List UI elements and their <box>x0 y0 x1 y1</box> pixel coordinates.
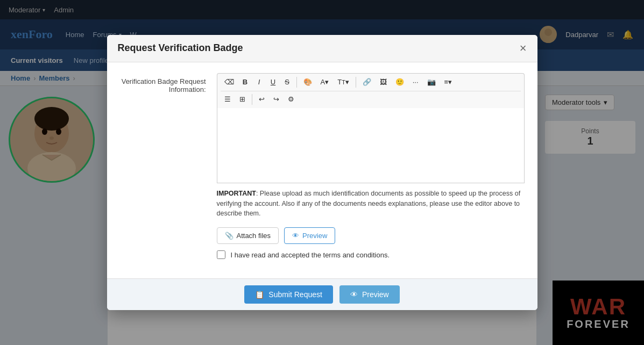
toolbar-image[interactable]: 🖼 <box>376 76 391 89</box>
toolbar-table[interactable]: ⊞ <box>236 93 249 106</box>
toolbar-strikethrough[interactable]: S <box>281 76 294 89</box>
eye-icon: 👁 <box>292 232 299 240</box>
modal-footer: 📋 Submit Request 👁 Preview <box>107 278 537 310</box>
toolbar-color[interactable]: 🎨 <box>300 76 316 89</box>
terms-checkbox[interactable] <box>217 250 225 259</box>
toolbar-eraser[interactable]: ⌫ <box>221 76 238 89</box>
toolbar-settings[interactable]: ⚙ <box>284 93 298 106</box>
toolbar-separator <box>296 77 297 88</box>
toolbar-row-2: ☰ ⊞ ↩ ↪ ⚙ <box>221 91 521 106</box>
toolbar-undo[interactable]: ↩ <box>255 93 268 106</box>
toolbar-link[interactable]: 🔗 <box>359 76 375 89</box>
submit-icon: 📋 <box>255 290 264 299</box>
preview-button-outline[interactable]: 👁 Preview <box>284 227 335 244</box>
modal-body: Verification Badge Request Information: … <box>107 62 537 278</box>
toolbar-camera[interactable]: 📷 <box>423 76 440 89</box>
form-field: ⌫ B I U S 🎨 A▾ TT▾ 🔗 🖼 🙂 <box>217 73 525 219</box>
toolbar-italic[interactable]: I <box>253 76 266 89</box>
toolbar-more[interactable]: ··· <box>409 76 422 89</box>
form-label: Verification Badge Request Information: <box>120 73 206 219</box>
toolbar-underline[interactable]: U <box>267 76 280 89</box>
terms-label: I have read and accepted the terms and c… <box>231 251 390 259</box>
toolbar-row-1: ⌫ B I U S 🎨 A▾ TT▾ 🔗 🖼 🙂 <box>221 76 521 89</box>
toolbar-list[interactable]: ☰ <box>221 93 235 106</box>
paperclip-icon: 📎 <box>225 232 233 240</box>
modal-title: Request Verification Badge <box>118 42 243 54</box>
toolbar-font-color[interactable]: A▾ <box>317 76 333 89</box>
eye-icon2: 👁 <box>350 290 358 299</box>
toolbar-separator2 <box>356 77 356 88</box>
toolbar-text-size[interactable]: TT▾ <box>334 76 353 89</box>
attach-files-button[interactable]: 📎 Attach files <box>217 227 279 244</box>
toolbar-redo[interactable]: ↪ <box>270 93 283 106</box>
modal-header: Request Verification Badge × <box>107 35 537 62</box>
toolbar-separator3 <box>252 94 252 105</box>
terms-checkbox-row: I have read and accepted the terms and c… <box>217 250 525 259</box>
toolbar-emoji[interactable]: 🙂 <box>392 76 408 89</box>
modal: Request Verification Badge × Verificatio… <box>107 35 537 310</box>
preview-button-filled[interactable]: 👁 Preview <box>339 285 400 304</box>
action-row: 📎 Attach files 👁 Preview <box>217 227 525 244</box>
editor-content-area[interactable] <box>217 108 525 183</box>
modal-close-button[interactable]: × <box>520 42 527 54</box>
editor-toolbar: ⌫ B I U S 🎨 A▾ TT▾ 🔗 🖼 🙂 <box>217 73 525 108</box>
toolbar-bold[interactable]: B <box>239 76 252 89</box>
important-note: IMPORTANT: Please upload as much identif… <box>217 189 525 219</box>
modal-overlay: Request Verification Badge × Verificatio… <box>0 0 644 345</box>
form-row: Verification Badge Request Information: … <box>120 73 525 219</box>
toolbar-align[interactable]: ≡▾ <box>441 76 456 89</box>
submit-request-button[interactable]: 📋 Submit Request <box>244 285 333 304</box>
